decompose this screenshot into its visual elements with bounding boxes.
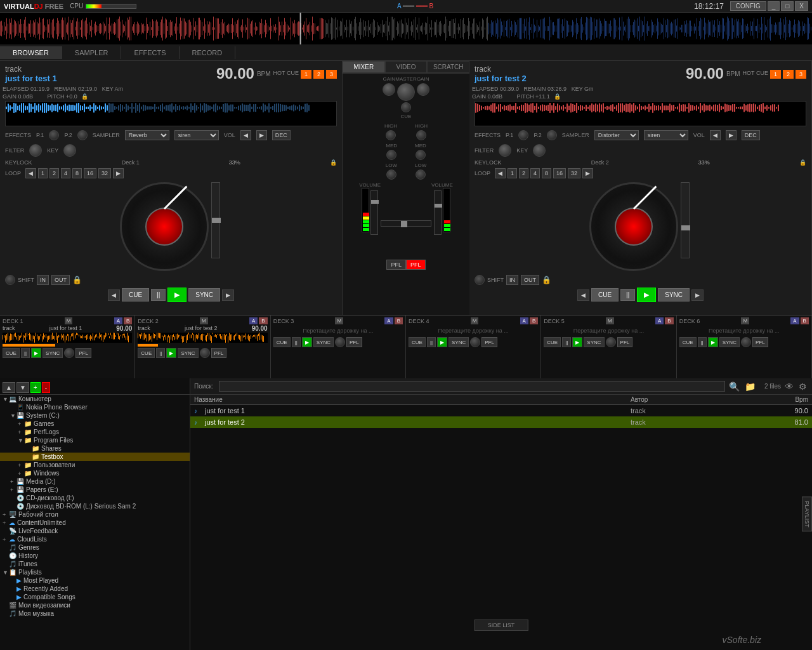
mixer-tab-video[interactable]: VIDEO — [385, 61, 428, 73]
mixer-tab-scratch[interactable]: SCRATCH — [427, 61, 469, 73]
mini-deck-3-play[interactable]: ▶ — [302, 337, 312, 347]
tab-record[interactable]: RECORD — [180, 46, 236, 59]
sidebar-item-mymusic[interactable]: 🎵 Моя музыка — [0, 609, 190, 618]
deck2-in-btn[interactable]: IN — [506, 275, 518, 285]
deck1-pitch-prev[interactable]: ◀ — [108, 289, 120, 301]
sidebar-item-compatiblesongs[interactable]: ▶ Compatible Songs — [0, 593, 190, 601]
deck2-sampler-select[interactable]: sirenairhorn — [644, 130, 688, 140]
mini-deck-2-sync[interactable]: SYNC — [178, 348, 198, 358]
deck1-p2-knob[interactable] — [77, 130, 88, 140]
deck2-loop-2[interactable]: 2 — [519, 168, 528, 178]
sidebar-item-shares[interactable]: 📁 Shares — [0, 444, 190, 453]
sidebar-item-programfiles[interactable]: ▼📁 Program Files — [0, 436, 190, 444]
deck2-loop-next[interactable]: ▶ — [582, 168, 593, 178]
mini-deck-4-m[interactable]: M — [471, 317, 479, 324]
mini-deck-3-m[interactable]: M — [335, 317, 343, 324]
deck1-filter-knob[interactable] — [29, 144, 42, 157]
mini-deck-6-knob[interactable] — [741, 337, 751, 347]
sidebar-item-nokia[interactable]: 📱 Nokia Phone Browser — [0, 403, 190, 411]
sidebar-item-mediad[interactable]: +💾 Media (D:) — [0, 477, 190, 486]
mini-deck-6-cue[interactable]: CUE — [679, 337, 697, 347]
close-button[interactable]: X — [795, 1, 808, 11]
mixer-gain2-knob[interactable] — [417, 83, 429, 96]
deck1-loop-1[interactable]: 1 — [38, 168, 48, 178]
deck2-out-btn[interactable]: OUT — [521, 275, 539, 285]
mini-deck-4-b[interactable]: B — [530, 317, 538, 324]
mini-deck-6-m[interactable]: M — [741, 317, 749, 324]
deck2-p1-knob[interactable] — [518, 130, 528, 140]
deck2-next-btn[interactable]: ▶ — [726, 130, 737, 140]
deck1-key-knob[interactable] — [63, 144, 76, 157]
sidebar-item-history[interactable]: 🕒 History — [0, 552, 190, 560]
hotcue1-button[interactable]: 1 — [301, 70, 311, 79]
mini-deck-4-play[interactable]: ▶ — [437, 337, 447, 347]
deck2-hotcue1[interactable]: 1 — [770, 70, 781, 79]
mini-deck-2-pause[interactable]: || — [156, 348, 165, 358]
deck1-sampler-select[interactable]: sirenairhorn — [174, 130, 219, 140]
mixer-low2-knob[interactable] — [416, 169, 426, 180]
mini-deck-2-pfl[interactable]: PFL — [211, 348, 227, 358]
deck2-turntable[interactable] — [589, 182, 678, 271]
mixer-med1-knob[interactable] — [386, 150, 396, 160]
mini-deck-5-m[interactable]: M — [606, 317, 614, 324]
mini-deck-2-b[interactable]: B — [259, 317, 267, 324]
deck1-sync-btn[interactable]: SYNC — [188, 288, 220, 302]
deck1-cue-btn[interactable]: CUE — [122, 288, 149, 302]
mixer-fader-right-handle[interactable] — [435, 204, 442, 208]
deck2-loop-1[interactable]: 1 — [508, 168, 517, 178]
sidebar-item-windows[interactable]: +📁 Windows — [0, 469, 190, 477]
file-row-2[interactable]: ♪ just for test 2 track 81.0 — [190, 416, 812, 428]
mini-deck-4-pfl[interactable]: PFL — [481, 337, 497, 347]
deck2-pitch-handle[interactable] — [681, 225, 690, 230]
mixer-gain1-knob[interactable] — [383, 83, 395, 96]
mini-deck-5-pfl[interactable]: PFL — [617, 337, 633, 347]
maximize-button[interactable]: □ — [781, 1, 794, 11]
hotcue2-button[interactable]: 2 — [313, 70, 324, 79]
settings-icon-btn[interactable]: ⚙ — [797, 380, 808, 393]
mixer-low1-knob[interactable] — [386, 169, 396, 180]
mini-deck-3-cue[interactable]: CUE — [273, 337, 291, 347]
mini-deck-2-cue[interactable]: CUE — [138, 348, 155, 358]
view-icon-btn[interactable]: 👁 — [783, 380, 795, 393]
deck2-p2-knob[interactable] — [547, 130, 557, 140]
mini-deck-5-pause[interactable]: || — [562, 337, 571, 347]
deck2-dec-btn[interactable]: DEC — [742, 130, 760, 140]
deck1-pitch-handle[interactable] — [212, 218, 221, 223]
mini-deck-3-sync[interactable]: SYNC — [313, 337, 334, 347]
sidebar-item-playlists[interactable]: ▼📋 Playlists — [0, 568, 190, 576]
mixer-high2-knob[interactable] — [416, 130, 426, 140]
mini-deck-5-knob[interactable] — [606, 337, 616, 347]
mini-deck-4-a[interactable]: A — [520, 317, 528, 324]
deck2-hotcue3[interactable]: 3 — [796, 70, 806, 79]
deck1-play-btn[interactable]: ▶ — [167, 288, 187, 302]
sidebar-item-systemc[interactable]: ▼💾 System (C:) — [0, 411, 190, 420]
mini-deck-3-b[interactable]: B — [395, 317, 403, 324]
pfl-left-btn[interactable]: PFL — [386, 260, 406, 270]
sidebar-up-btn[interactable]: ▲ — [3, 382, 15, 393]
hotcue3-button[interactable]: 3 — [326, 70, 337, 79]
deck2-cue-btn[interactable]: CUE — [591, 288, 619, 302]
mini-deck-1-cue[interactable]: CUE — [3, 348, 20, 358]
mini-deck-5-a[interactable]: A — [655, 317, 664, 324]
file-row-1[interactable]: ♪ just for test 1 track 90.0 — [190, 405, 812, 416]
deck1-loop-16[interactable]: 16 — [84, 168, 96, 178]
pfl-right-btn[interactable]: PFL — [406, 260, 426, 270]
deck2-hotcue2[interactable]: 2 — [783, 70, 794, 79]
deck1-loop-32[interactable]: 32 — [98, 168, 111, 178]
mini-deck-4-knob[interactable] — [470, 337, 480, 347]
deck2-loop-prev[interactable]: ◀ — [495, 168, 506, 178]
config-button[interactable]: CONFIG — [730, 1, 766, 11]
sidebar-item-contentunlimited[interactable]: +☁ ContentUnlimited — [0, 519, 190, 527]
sidebar-item-desktop[interactable]: +🖥️ Рабочий стол — [0, 510, 190, 519]
deck1-shift-knob[interactable] — [5, 275, 15, 285]
tab-effects[interactable]: EFFECTS — [121, 46, 179, 59]
sidebar-down-btn[interactable]: ▼ — [16, 382, 29, 393]
deck1-effect-select[interactable]: ReverbEchoFlanger — [125, 130, 169, 140]
mixer-crossfader[interactable] — [381, 220, 431, 227]
mini-deck-2-knob[interactable] — [200, 348, 210, 358]
mini-deck-6-a[interactable]: A — [790, 317, 799, 324]
deck2-key-knob[interactable] — [533, 144, 546, 157]
mini-deck-3-pause[interactable]: || — [292, 337, 301, 347]
minimize-button[interactable]: _ — [768, 1, 780, 11]
mixer-master-knob[interactable] — [397, 83, 415, 101]
